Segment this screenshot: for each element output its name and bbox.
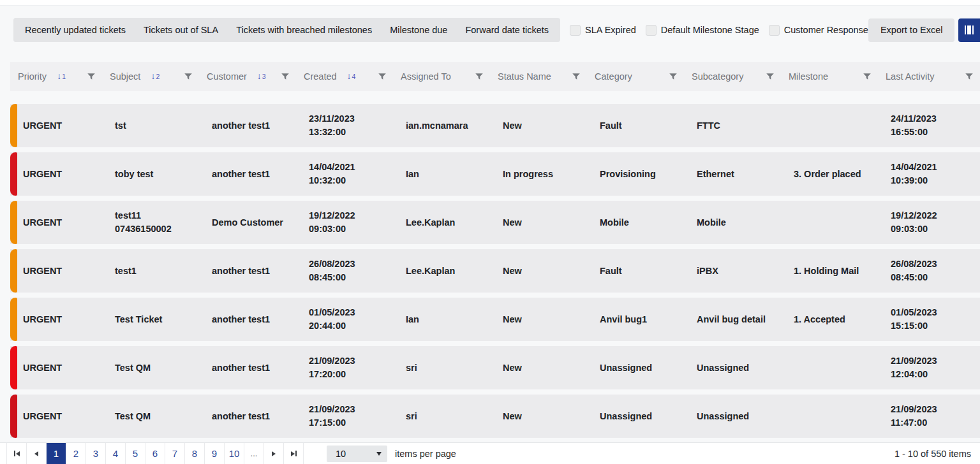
toolbar-checkbox[interactable]: SLA Expired <box>570 25 636 36</box>
cell-created: 23/11/2023 13:32:00 <box>296 112 393 139</box>
checkbox-box[interactable] <box>570 25 581 36</box>
quick-filter-button[interactable]: Tickets out of SLA <box>135 18 227 42</box>
cell-customer: another test1 <box>199 168 296 181</box>
pager-page-button[interactable]: 9 <box>205 443 225 464</box>
cell-priority: URGENT <box>10 168 102 181</box>
pager-range-label: 1 - 10 of 550 items <box>895 449 971 459</box>
cell-category: Unassigned <box>587 361 684 375</box>
column-header[interactable]: Milestone <box>781 62 878 91</box>
filter-icon[interactable] <box>766 72 775 81</box>
cell-subcategory: Unassigned <box>684 410 781 423</box>
quick-filter-button[interactable]: Tickets with breached milestones <box>227 18 381 42</box>
top-strip <box>0 0 980 6</box>
cell-last-activity: 01/05/2023 15:15:00 <box>878 306 980 333</box>
ticket-row[interactable]: URGENT toby test another test1 14/04/202… <box>10 152 980 196</box>
pager-page-button[interactable]: 3 <box>86 443 106 464</box>
checkbox-box[interactable] <box>769 25 780 36</box>
cell-assigned-to: Lee.Kaplan <box>393 216 490 229</box>
ticket-row[interactable]: URGENT tst another test1 23/11/2023 13:3… <box>10 104 980 147</box>
pager-page-button[interactable]: 2 <box>66 443 86 464</box>
column-chooser-button[interactable] <box>958 18 980 42</box>
column-header[interactable]: Customer ↓ 3 <box>199 62 296 91</box>
column-header[interactable]: Last Activity <box>878 62 980 91</box>
cell-status-name: New <box>490 313 587 326</box>
pager-page-button[interactable]: 5 <box>126 443 145 464</box>
ticket-row[interactable]: URGENT Test QM another test1 21/09/2023 … <box>10 395 980 438</box>
first-page-icon <box>14 451 20 456</box>
cell-assigned-to: Ian <box>393 313 490 326</box>
toolbar-checkbox[interactable]: Default Milestone Stage <box>646 25 759 36</box>
pager: 1 2 3 4 5 6 7 8 9 10 ... 10 items per pa… <box>0 442 980 464</box>
cell-status-name: New <box>490 265 587 278</box>
cell-milestone: 1. Accepted <box>781 313 878 326</box>
checkbox-box[interactable] <box>646 25 657 36</box>
cell-subcategory: Anvil bug detail <box>684 313 781 326</box>
priority-color-bar <box>10 104 17 147</box>
quick-filter-button[interactable]: Recently updated tickets <box>16 18 135 42</box>
filter-icon[interactable] <box>281 72 290 81</box>
cell-created: 14/04/2021 10:32:00 <box>296 161 393 187</box>
page-size-select[interactable]: 10 <box>327 446 387 462</box>
export-to-excel-button[interactable]: Export to Excel <box>868 18 955 42</box>
pager-more-button[interactable]: ... <box>244 443 264 464</box>
pager-first-button[interactable] <box>7 443 27 464</box>
priority-color-bar <box>10 201 17 244</box>
column-header[interactable]: Subcategory <box>684 62 781 91</box>
column-header[interactable]: Category <box>587 62 684 91</box>
cell-created: 21/09/2023 17:20:00 <box>296 354 393 381</box>
column-label: Subject <box>110 71 140 82</box>
filter-icon[interactable] <box>669 72 678 81</box>
pager-page-button[interactable]: 10 <box>225 443 244 464</box>
filter-icon[interactable] <box>863 72 872 81</box>
pager-page-button[interactable]: 1 <box>47 443 66 464</box>
pager-page-button[interactable]: 8 <box>185 443 205 464</box>
filter-icon[interactable] <box>184 72 193 81</box>
ticket-row[interactable]: URGENT Test QM another test1 21/09/2023 … <box>10 346 980 389</box>
pager-page-button[interactable]: 4 <box>106 443 126 464</box>
pager-prev-button[interactable] <box>27 443 47 464</box>
priority-color-bar <box>10 249 17 293</box>
column-header[interactable]: Status Name <box>490 62 587 91</box>
column-header[interactable]: Subject ↓ 2 <box>102 62 199 91</box>
cell-customer: another test1 <box>199 313 296 326</box>
priority-color-bar <box>10 346 17 389</box>
filter-icon[interactable] <box>572 72 581 81</box>
filter-icon[interactable] <box>87 72 96 81</box>
ticket-row[interactable]: URGENT test11 07436150002 Demo Customer … <box>10 201 980 244</box>
grid-body: URGENT tst another test1 23/11/2023 13:3… <box>10 104 980 438</box>
cell-customer: another test1 <box>199 265 296 278</box>
checkbox-label: SLA Expired <box>585 25 636 35</box>
ticket-row[interactable]: URGENT Test Ticket another test1 01/05/2… <box>10 298 980 341</box>
cell-subject: Test QM <box>102 361 199 375</box>
next-page-icon <box>272 451 276 456</box>
cell-subject: tst <box>102 119 199 133</box>
cell-customer: another test1 <box>199 119 296 133</box>
cell-created: 26/08/2023 08:45:00 <box>296 257 393 284</box>
cell-assigned-to: Ian <box>393 168 490 181</box>
quick-filter-button[interactable]: Forward date tickets <box>456 18 558 42</box>
pager-next-button[interactable] <box>264 443 284 464</box>
sort-order-number: 4 <box>352 71 356 82</box>
cell-milestone: 1. Holding Mail <box>781 265 878 278</box>
cell-subcategory: Unassigned <box>684 361 781 375</box>
filter-icon[interactable] <box>475 72 484 81</box>
quick-filter-button[interactable]: Milestone due <box>381 18 456 42</box>
prev-page-icon <box>34 451 38 456</box>
pager-page-list: 1 2 3 4 5 6 7 8 9 10 <box>47 443 244 464</box>
pager-last-button[interactable] <box>284 443 304 464</box>
ticket-row[interactable]: URGENT test1 another test1 26/08/2023 08… <box>10 249 980 293</box>
column-header[interactable]: Assigned To <box>393 62 490 91</box>
grid-header-row: Priority ↓ 1 Subject ↓ 2 Customer ↓ 3 <box>10 62 980 91</box>
filter-icon[interactable] <box>965 72 974 81</box>
toolbar-checkbox[interactable]: Customer Response <box>769 25 868 36</box>
pager-page-button[interactable]: 7 <box>165 443 185 464</box>
cell-created: 01/05/2023 20:44:00 <box>296 306 393 333</box>
filter-icon[interactable] <box>378 72 387 81</box>
pager-page-button[interactable]: 6 <box>145 443 165 464</box>
cell-created: 21/09/2023 17:15:00 <box>296 403 393 430</box>
quick-filter-group: Recently updated tickets Tickets out of … <box>13 18 560 42</box>
column-label: Assigned To <box>401 71 451 82</box>
cell-subject: test1 <box>102 265 199 278</box>
column-header[interactable]: Priority ↓ 1 <box>10 62 102 91</box>
column-header[interactable]: Created ↓ 4 <box>296 62 393 91</box>
